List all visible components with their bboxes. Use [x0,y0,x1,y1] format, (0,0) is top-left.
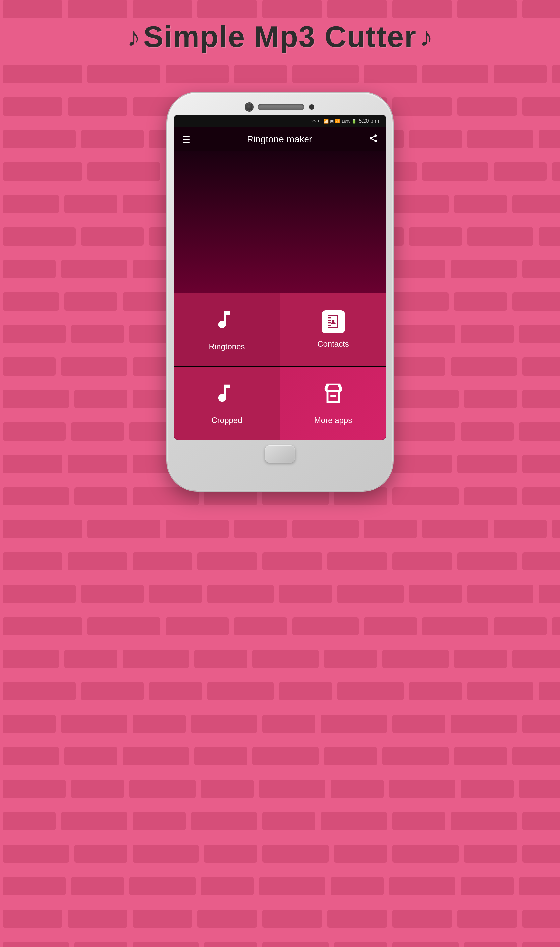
contacts-label: Contacts [317,339,349,349]
ringtones-label: Ringtones [209,342,245,351]
hamburger-menu-icon[interactable]: ☰ [182,134,190,145]
app-title-bar: ♪ Simple Mp3 Cutter ♪ [0,20,560,54]
phone-screen: VoLTE 📶 ▣ 📶 18% 🔋 5:20 p.m. ☰ Ringtone m… [174,115,386,439]
wifi-icon: 📶 [323,119,329,124]
app-bar-title: Ringtone maker [247,134,312,145]
contacts-icon [322,310,345,333]
status-bar: VoLTE 📶 ▣ 📶 18% 🔋 5:20 p.m. [174,115,386,127]
menu-grid: Ringtones Contacts [174,293,386,439]
phone-bottom-bar [174,439,386,466]
contacts-button[interactable]: Contacts [280,293,386,366]
phone-sensor [309,105,314,110]
phone-camera [246,103,253,111]
app-bar: ☰ Ringtone maker [174,127,386,151]
more-apps-button[interactable]: More apps [280,366,386,439]
gradient-area [174,151,386,293]
share-icon[interactable] [369,134,378,145]
phone-speaker [258,104,304,110]
app-title: Simple Mp3 Cutter [143,20,417,54]
cropped-button[interactable]: Cropped [174,366,280,439]
phone-body: VoLTE 📶 ▣ 📶 18% 🔋 5:20 p.m. ☰ Ringtone m… [167,93,393,491]
left-music-note-icon: ♪ [127,22,140,52]
signal-bars-icon: 📶 [335,119,340,123]
right-music-note-icon: ♪ [420,22,433,52]
home-button[interactable] [265,445,295,463]
status-icons: VoLTE 📶 ▣ 📶 18% 🔋 [311,119,357,124]
contacts-book-icon [322,310,345,333]
lte-indicator: VoLTE [311,119,322,123]
svg-point-2 [375,140,377,142]
svg-point-0 [375,134,377,137]
signal-icon: ▣ [330,119,334,123]
cropped-music-icon [215,382,238,410]
status-time: 5:20 p.m. [358,118,381,124]
battery-indicator: 18% [341,119,350,124]
screen-content: Ringtones Contacts [174,151,386,439]
svg-point-1 [370,137,372,139]
more-apps-label: More apps [314,416,352,425]
svg-line-4 [372,136,375,137]
ringtones-music-icon [215,308,238,336]
ringtones-button[interactable]: Ringtones [174,293,280,366]
battery-icon: 🔋 [351,119,357,124]
more-apps-store-icon [322,382,345,410]
phone-device: VoLTE 📶 ▣ 📶 18% 🔋 5:20 p.m. ☰ Ringtone m… [167,93,393,491]
phone-top-hardware [174,99,386,115]
svg-line-3 [372,139,375,140]
cropped-label: Cropped [211,416,242,425]
